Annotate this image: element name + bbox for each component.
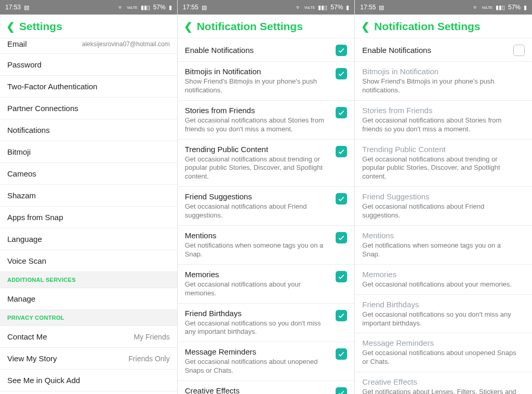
settings-row-view-my-story[interactable]: View My Story Friends Only [0, 348, 177, 370]
notification-row: Friend SuggestionsGet occasional notific… [355, 187, 532, 226]
notification-row[interactable]: Friend BirthdaysGet occasional notificat… [178, 304, 355, 343]
settings-row-cameos[interactable]: Cameos [0, 163, 177, 185]
settings-row-2fa[interactable]: Two-Factor Authentication [0, 76, 177, 98]
notification-row-title: Stories from Friends [362, 106, 520, 115]
notification-row[interactable]: MentionsGet notifications when someone t… [178, 226, 355, 265]
checkbox-checked-icon[interactable] [336, 107, 347, 118]
notification-row-subtitle: Get occasional notifications about Frien… [362, 202, 520, 220]
notification-row-title: Friend Birthdays [185, 309, 331, 318]
notification-row[interactable]: Trending Public ContentGet occasional no… [178, 140, 355, 187]
volte-icon: VoLTE [127, 6, 138, 9]
notification-row[interactable]: Bitmojis in NotificationShow Friend's Bi… [178, 62, 355, 101]
notification-row-title: Friend Birthdays [362, 300, 520, 309]
notification-list[interactable]: Enable NotificationsBitmojis in Notifica… [355, 38, 532, 394]
checkbox-unchecked-icon[interactable] [513, 45, 525, 56]
checkbox-checked-icon[interactable] [336, 232, 347, 243]
checkbox-checked-icon[interactable] [336, 348, 347, 360]
notification-row[interactable]: MemoriesGet occasional notifications abo… [178, 265, 355, 304]
notification-row-subtitle: Get occasional notifications about your … [185, 280, 331, 298]
page-title: Notification Settings [374, 20, 480, 33]
wifi-icon: ᯤ [118, 4, 124, 10]
phone-notifications-enabled: 17:55 ▧ ᯤ VoLTE ▮▮▯ 57% ▮ ❮ Notification… [178, 0, 355, 394]
notification-row-title: Creative Effects [362, 377, 520, 386]
notification-row: Bitmojis in NotificationShow Friend's Bi… [355, 62, 532, 101]
checkbox-checked-icon[interactable] [336, 193, 347, 205]
checkbox-checked-icon[interactable] [336, 387, 347, 394]
enable-notifications-title: Enable Notifications [362, 46, 508, 55]
picture-icon: ▧ [202, 4, 207, 11]
notification-row-subtitle: Get occasional notifications about trend… [362, 155, 520, 182]
notification-row-subtitle: Get occasional notifications about unope… [185, 358, 331, 375]
notification-row-title: Friend Suggestions [185, 192, 331, 201]
wifi-icon: ᯤ [296, 4, 301, 10]
notification-row-subtitle: Get occasional notifications about Stori… [362, 116, 520, 134]
page-header: ❮ Settings [0, 15, 177, 38]
checkbox-checked-icon[interactable] [336, 146, 347, 157]
signal-icon: ▮▮▯ [318, 4, 327, 11]
notification-row-title: Stories from Friends [185, 106, 331, 115]
enable-notifications-row[interactable]: Enable Notifications [355, 38, 532, 62]
status-time: 17:55 [183, 4, 198, 11]
settings-row-quick-add[interactable]: See Me in Quick Add [0, 370, 177, 391]
notification-row-subtitle: Show Friend's Bitmojis in your phone's p… [185, 77, 331, 95]
notification-row-subtitle: Get occasional notifications about Stori… [185, 116, 331, 134]
enable-notifications-row[interactable]: Enable Notifications [178, 38, 355, 62]
settings-row-password[interactable]: Password [0, 54, 177, 76]
settings-row-notifications[interactable]: Notifications [0, 119, 177, 141]
notification-row-title: Friend Suggestions [362, 192, 520, 201]
notification-row[interactable]: Creative EffectsGet notifications about … [178, 381, 355, 394]
notification-row-title: Bitmojis in Notification [185, 67, 331, 76]
phone-settings: 17:53 ▧ ᯤ VoLTE ▮▮▯ 57% ▮ ❮ Settings Ema… [0, 0, 178, 394]
checkbox-checked-icon[interactable] [336, 310, 347, 321]
signal-icon: ▮▮▯ [141, 4, 150, 11]
notification-row-subtitle: Get occasional notifications about Frien… [185, 202, 331, 220]
settings-row-manage[interactable]: Manage [0, 288, 177, 310]
notification-row[interactable]: Friend SuggestionsGet occasional notific… [178, 187, 355, 226]
section-privacy-control: PRIVACY CONTROL [0, 310, 177, 326]
settings-row-contact-me[interactable]: Contact Me My Friends [0, 326, 177, 348]
notification-row: Friend BirthdaysGet occasional notificat… [355, 295, 532, 334]
notification-row: Stories from FriendsGet occasional notif… [355, 101, 532, 140]
volte-icon: VoLTE [304, 6, 315, 9]
checkbox-checked-icon[interactable] [336, 45, 347, 56]
battery-pct: 57% [508, 4, 521, 11]
status-time: 17:55 [360, 4, 376, 11]
back-chevron-icon[interactable]: ❮ [361, 20, 370, 33]
notification-row-title: Memories [185, 270, 331, 279]
page-header: ❮ Notification Settings [355, 15, 532, 38]
notification-list[interactable]: Enable NotificationsBitmojis in Notifica… [178, 38, 355, 394]
enable-notifications-title: Enable Notifications [185, 46, 331, 55]
notification-row[interactable]: Message RemindersGet occasional notifica… [178, 342, 355, 381]
settings-row-partner-connections[interactable]: Partner Connections [0, 98, 177, 119]
checkbox-checked-icon[interactable] [336, 271, 347, 282]
notification-row-title: Mentions [185, 231, 331, 240]
phone-row: 17:53 ▧ ᯤ VoLTE ▮▮▯ 57% ▮ ❮ Settings Ema… [0, 0, 532, 394]
settings-row-bitmoji[interactable]: Bitmoji [0, 141, 177, 163]
notification-row: MentionsGet notifications when someone t… [355, 226, 532, 265]
wifi-icon: ᯤ [473, 4, 478, 10]
notification-row-title: Creative Effects [185, 386, 331, 394]
settings-row-shazam[interactable]: Shazam [0, 185, 177, 207]
back-chevron-icon[interactable]: ❮ [6, 20, 15, 33]
picture-icon: ▧ [24, 4, 29, 11]
settings-row-language[interactable]: Language [0, 228, 177, 250]
battery-icon: ▮ [346, 4, 349, 11]
notification-row-subtitle: Get occasional notifications so you don'… [185, 319, 331, 337]
back-chevron-icon[interactable]: ❮ [184, 20, 193, 33]
battery-icon: ▮ [524, 4, 527, 11]
notification-row: Message RemindersGet occasional notifica… [355, 333, 532, 372]
notification-row-subtitle: Show Friend's Bitmojis in your phone's p… [362, 77, 520, 95]
battery-icon: ▮ [169, 4, 172, 11]
notification-row-subtitle: Get notifications when someone tags you … [185, 241, 331, 259]
checkbox-checked-icon[interactable] [336, 68, 347, 79]
settings-list[interactable]: Email aleksijesrovina07@hotmail.com Pass… [0, 38, 177, 394]
settings-row-email[interactable]: Email aleksijesrovina07@hotmail.com [0, 38, 177, 54]
notification-row-subtitle: Get occasional notifications about your … [362, 280, 520, 289]
settings-row-apps-from-snap[interactable]: Apps from Snap [0, 207, 177, 228]
notification-row[interactable]: Stories from FriendsGet occasional notif… [178, 101, 355, 140]
settings-row-see-my-location[interactable]: See My Location [0, 391, 177, 394]
status-bar: 17:55 ▧ ᯤ VoLTE ▮▮▯ 57% ▮ [355, 0, 532, 15]
notification-row-subtitle: Get occasional notifications about trend… [185, 155, 331, 182]
page-title: Notification Settings [197, 20, 303, 33]
settings-row-voice-scan[interactable]: Voice Scan [0, 250, 177, 272]
